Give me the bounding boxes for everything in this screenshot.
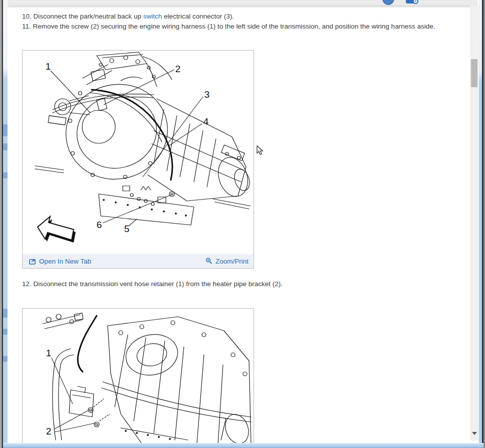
zoom-print-label: Zoom/Print — [215, 258, 249, 265]
figure-1-frame: 1 2 3 4 5 6 Open In New Tab Zoom — [22, 50, 254, 269]
figure-1-callout-4: 4 — [203, 116, 209, 127]
magnifier-plus-icon — [205, 258, 212, 265]
left-border-segment — [3, 143, 8, 150]
step-12: 12. Disconnect the transmission vent hos… — [22, 280, 283, 289]
article-content: 10. Disconnect the park/neutral back up … — [8, 6, 470, 443]
scrollbar[interactable] — [470, 6, 479, 440]
figure-2-callout-2: 2 — [46, 426, 52, 436]
figure-1-callout-5: 5 — [124, 223, 130, 234]
figure-2-frame: 1 2 — [22, 308, 254, 448]
figure-1-diagram: 1 2 3 4 5 6 — [23, 51, 254, 255]
figure-1-callout-3: 3 — [204, 89, 210, 100]
figure-1-callout-2: 2 — [175, 64, 181, 74]
left-border-segment — [3, 329, 8, 335]
step-10: 10. Disconnect the park/neutral back up … — [22, 12, 234, 21]
window-left-border — [3, 0, 8, 448]
left-border-segment — [3, 124, 8, 136]
left-border-segment — [3, 356, 8, 362]
left-border-segment — [3, 172, 8, 178]
left-border-segment — [3, 309, 8, 318]
open-in-new-tab-icon — [29, 258, 36, 265]
mouse-cursor — [257, 145, 266, 155]
step-11: 11. Remove the screw (2) securing the en… — [22, 22, 435, 31]
switch-link[interactable]: switch — [143, 13, 162, 20]
scrollbar-thumb[interactable] — [471, 59, 477, 87]
figure-1-callout-1: 1 — [46, 61, 51, 72]
open-in-new-tab-label: Open In New Tab — [39, 258, 91, 265]
window-bottom-border — [3, 443, 483, 448]
scroll-down-arrow-icon[interactable] — [472, 432, 477, 435]
zoom-print-link[interactable]: Zoom/Print — [205, 258, 249, 265]
figure-1-callout-6: 6 — [97, 219, 102, 230]
step-10-text: 10. Disconnect the park/neutral back up — [22, 13, 143, 20]
figure-2-diagram: 1 2 — [23, 309, 254, 448]
figure-2-callout-1: 1 — [46, 348, 52, 358]
step-10-text-after: electrical connector (3). — [162, 13, 234, 20]
figure-1-toolbar: Open In New Tab Zoom/Print — [23, 254, 254, 268]
open-in-new-tab-link[interactable]: Open In New Tab — [29, 258, 91, 265]
